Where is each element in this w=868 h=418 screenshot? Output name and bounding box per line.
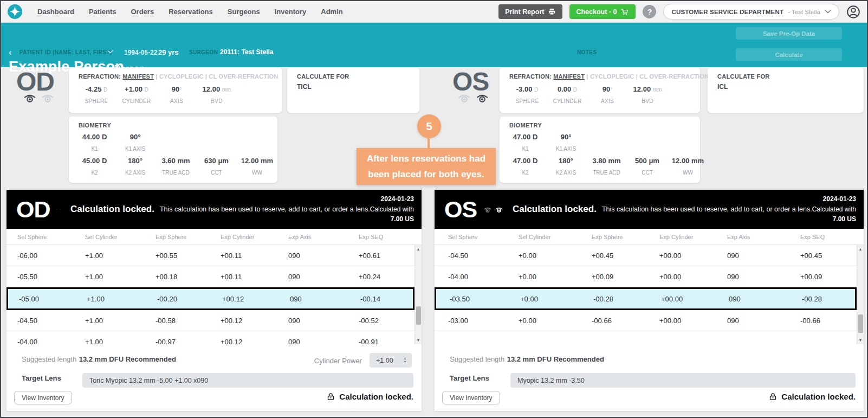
cart-icon: [620, 8, 629, 16]
od-table-scrollbar[interactable]: ▲ ▼: [414, 245, 422, 344]
od-label: OD: [16, 69, 54, 95]
table-row[interactable]: -05.50+1.00+00.18+00.11090+00.24: [7, 266, 414, 287]
true-acd-label: TRUE ACD: [586, 170, 627, 176]
os-calc-right-eye-icon[interactable]: [483, 205, 492, 214]
od-left-eye-icon[interactable]: [41, 93, 55, 103]
od-calc-meta: 2024-01-23 Calculated with 7.00 US: [370, 194, 414, 224]
os-table-header: Sel Sphere Sel Cylinder Exp Sphere Exp C…: [435, 229, 864, 245]
nav-item-surgeons[interactable]: Surgeons: [228, 8, 260, 16]
od-view-inventory-button[interactable]: View Inventory: [14, 391, 72, 404]
od-calc-eye-label: OD: [16, 196, 50, 223]
target-lens-label: Target Lens: [450, 373, 489, 383]
scroll-down-arrow[interactable]: ▼: [857, 338, 864, 342]
od-target-lens-field[interactable]: Toric Myopic 13.2 mm -5.00 +1.00 x090: [82, 373, 413, 388]
k1-label: K1: [74, 146, 115, 152]
os-biometry-card: BIOMETRY 47.00 D K1 90° K1 AXIS 47.00 D …: [500, 117, 700, 183]
table-row-selected[interactable]: -05.00+1.00-00.20+00.12090-00.14: [7, 287, 414, 310]
cylinder-power-select[interactable]: +1.00: [370, 353, 412, 368]
table-row[interactable]: -04.00+1.00-00.97+00.12090-00.91: [7, 331, 414, 344]
os-target-lens-field[interactable]: Myopic 13.2 mm -3.50: [510, 373, 856, 388]
scroll-up-arrow[interactable]: ▲: [415, 247, 422, 251]
scroll-up-arrow[interactable]: ▲: [857, 247, 864, 251]
patient-dob: 1994-05-22: [124, 49, 157, 56]
back-button[interactable]: ‹: [9, 48, 12, 57]
od-bvd-value: 12.00: [203, 85, 221, 93]
printer-icon: [548, 8, 556, 16]
table-row[interactable]: -06.00+1.00+00.55+00.11090+00.61: [7, 245, 414, 266]
scroll-thumb[interactable]: [416, 306, 421, 325]
nav-item-reservations[interactable]: Reservations: [169, 8, 213, 16]
nav-item-admin[interactable]: Admin: [321, 8, 342, 16]
ww-label: WW: [237, 170, 277, 176]
table-row[interactable]: -04.00+0.00+00.09+00.00090+00.09: [435, 266, 857, 287]
od-calc-left-eye-icon[interactable]: [60, 205, 61, 214]
os-table-body: -04.50+0.00+00.45+00.00090+00.45 -04.00+…: [435, 245, 864, 344]
checkout-button[interactable]: Checkout - 0: [569, 4, 636, 19]
od-ww: 12.00 mm WW: [237, 157, 277, 176]
account-dropdown[interactable]: CUSTOMER SERVICE DEPARTMENT - Test Stell…: [663, 4, 839, 20]
os-table-scrollbar[interactable]: ▲ ▼: [857, 245, 864, 344]
table-row[interactable]: -03.00+0.00-00.66+00.00090-00.66: [435, 310, 857, 331]
separator: |: [205, 73, 207, 80]
od-calc-header: OD Calculation locked. This calculation …: [7, 190, 422, 229]
os-left-eye-icon[interactable]: [475, 93, 489, 103]
os-locked-title: Calculation locked.: [513, 204, 597, 215]
col-exp-seq: Exp SEQ: [359, 234, 422, 240]
refraction-title: REFRACTION:: [509, 73, 552, 80]
od-calc-right-eye-icon[interactable]: [57, 205, 58, 214]
lock-icon: [326, 392, 335, 401]
table-row[interactable]: -04.50+0.00+00.45+00.00090+00.45: [435, 245, 857, 266]
patient-id-chevron-icon[interactable]: [107, 50, 113, 54]
od-refraction-tabs: REFRACTION: MANIFEST | CYCLOPLEGIC | CL …: [79, 73, 278, 80]
separator: |: [586, 73, 588, 80]
col-exp-sphere: Exp Sphere: [592, 234, 659, 240]
chevron-down-icon: [825, 10, 831, 14]
nav-item-inventory[interactable]: Inventory: [275, 8, 307, 16]
tab-cl-over-refraction[interactable]: CL OVER-REFRACTION: [209, 73, 278, 80]
patient-header: ‹ PATIENT ID (NAME: LAST, FIRST) 1994-05…: [1, 23, 867, 67]
nav-item-orders[interactable]: Orders: [131, 8, 154, 16]
top-navigation-bar: Dashboard Patients Orders Reservations S…: [1, 1, 867, 23]
scroll-down-arrow[interactable]: ▼: [415, 338, 422, 342]
os-calc-header: OS Calculation locked. This calculation …: [435, 190, 864, 229]
calculate-button[interactable]: Calculate: [736, 48, 842, 61]
od-right-eye-icon[interactable]: [23, 93, 37, 103]
surgeon-value: 20111: Test Stella: [220, 48, 274, 56]
save-preop-button[interactable]: Save Pre-Op Data: [736, 27, 842, 40]
tab-manifest[interactable]: MANIFEST: [553, 73, 585, 80]
os-right-eye-icon[interactable]: [457, 93, 471, 103]
annotation-callout: After lens reservations had been placed …: [357, 148, 496, 185]
os-axis-value: 90: [603, 85, 610, 93]
os-calc-eye-label: OS: [444, 196, 477, 223]
app-logo-icon[interactable]: [8, 4, 22, 19]
os-cct: 500 μm CCT: [627, 157, 668, 176]
target-lens-label: Target Lens: [22, 373, 61, 383]
od-true-acd: 3.60 mm TRUE ACD: [156, 157, 196, 176]
app-window: Dashboard Patients Orders Reservations S…: [0, 0, 868, 418]
os-view-inventory-button[interactable]: View Inventory: [442, 391, 500, 404]
k1-axis-label: K1 AXIS: [115, 146, 156, 152]
tab-manifest[interactable]: MANIFEST: [122, 73, 154, 80]
od-refraction-card: REFRACTION: MANIFEST | CYCLOPLEGIC | CL …: [69, 68, 282, 113]
sphere-label: SPHERE: [507, 98, 547, 104]
table-row-selected[interactable]: -03.50+0.00-00.28+00.00090-00.28: [435, 287, 857, 310]
tab-cycloplegic[interactable]: CYCLOPLEGIC: [159, 73, 204, 80]
os-eye-toggle: [457, 93, 489, 103]
bvd-label: BVD: [627, 98, 668, 104]
os-axis: 90° AXIS: [587, 85, 627, 104]
unit: °: [179, 87, 182, 93]
table-row[interactable]: -04.50+1.00-00.58+00.12090-00.52: [7, 310, 414, 331]
cylinder-label: CYLINDER: [116, 98, 157, 104]
user-avatar-icon[interactable]: [846, 5, 860, 19]
scroll-thumb[interactable]: [858, 314, 863, 333]
tab-cl-over-refraction[interactable]: CL OVER-REFRACTION: [639, 73, 709, 80]
nav-item-dashboard[interactable]: Dashboard: [37, 8, 74, 16]
print-report-button[interactable]: Print Report: [498, 4, 562, 19]
os-calc-left-eye-icon[interactable]: [495, 205, 503, 214]
patient-id-selector-label[interactable]: PATIENT ID (NAME: LAST, FIRST): [20, 49, 112, 55]
nav-item-patients[interactable]: Patients: [89, 8, 116, 16]
refraction-title: REFRACTION:: [79, 73, 121, 80]
os-locked-desc: This calculation has been used to reserv…: [602, 205, 812, 213]
help-button[interactable]: ?: [643, 5, 656, 18]
tab-cycloplegic[interactable]: CYCLOPLEGIC: [590, 73, 634, 80]
